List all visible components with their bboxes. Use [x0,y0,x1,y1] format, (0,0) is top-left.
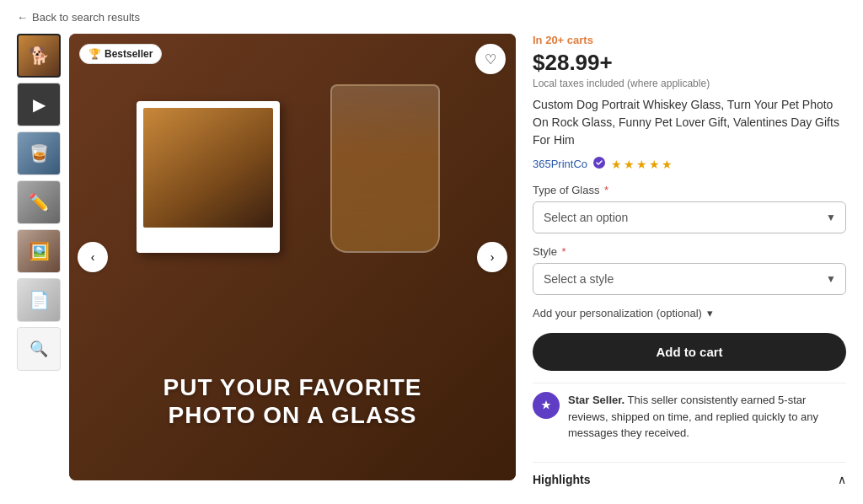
star-1: ★ [611,158,622,171]
taxes-note: Local taxes included (where applicable) [533,78,846,89]
highlights-list: 🏷️ Handmade ♻️ Materials: Glass [533,496,846,505]
seller-verified-icon [592,156,606,172]
polaroid-image [137,101,280,253]
product-image-display: PUT YOUR FAVORITE PHOTO ON A GLASS [69,34,516,480]
thumbnail-6[interactable]: 📄 [17,278,61,322]
back-arrow-icon: ← [17,11,28,24]
image-text-line2: PHOTO ON A GLASS [86,401,499,430]
back-link-label: Back to search results [32,11,140,24]
next-icon: › [490,250,495,264]
glass-type-select-wrapper: Select an option ▼ [533,201,846,233]
main-product-image: 🏆 Bestseller ♡ ‹ › [69,34,516,480]
star-3: ★ [636,158,647,171]
thumb-5-icon: 🖼️ [29,241,50,261]
next-image-button[interactable]: › [477,242,507,272]
thumb-2-icon: ▶ [33,94,46,115]
search-thumbnails-button[interactable]: 🔍 [17,327,61,371]
prev-icon: ‹ [91,250,95,264]
highlights-section: Highlights ∧ 🏷️ Handmade ♻️ Materials: G… [533,462,846,505]
personalization-label: Add your personalization (optional) [533,307,702,319]
prev-image-button[interactable]: ‹ [78,242,108,272]
glass-type-required: * [601,184,608,196]
style-field: Style * Select a style ▼ [533,245,846,295]
search-icon: 🔍 [29,340,48,358]
star-5-half: ★ [662,158,673,171]
thumbnail-5[interactable]: 🖼️ [17,229,61,273]
star-seller-description: Star Seller. This seller consistently ea… [568,392,846,442]
highlights-header[interactable]: Highlights ∧ [533,462,846,496]
bestseller-label: Bestseller [105,48,153,60]
personalization-row[interactable]: Add your personalization (optional) ▾ [533,307,846,319]
star-seller-icon [533,392,560,419]
style-required: * [559,245,566,258]
image-text-line1: PUT YOUR FAVORITE [86,373,499,402]
star-4: ★ [649,158,660,171]
product-price: $28.99+ [533,50,846,76]
style-select[interactable]: Select a style [533,263,846,295]
thumb-3-icon: 🥃 [29,143,50,164]
thumbnail-4[interactable]: ✏️ [17,180,61,224]
personalization-chevron-icon: ▾ [707,307,713,319]
glass-type-select[interactable]: Select an option [533,201,846,233]
thumbnail-2[interactable]: ▶ [17,83,61,126]
style-select-wrapper: Select a style ▼ [533,263,846,295]
add-to-cart-button[interactable]: Add to cart [533,333,846,371]
whiskey-glass-image [330,84,440,253]
seller-rating-stars: ★ ★ ★ ★ ★ [611,158,673,171]
heart-icon: ♡ [485,51,496,67]
in-carts-badge: In 20+ carts [533,34,846,46]
product-info-panel: In 20+ carts $28.99+ Local taxes include… [533,34,846,504]
glass-type-field: Type of Glass * Select an option ▼ [533,184,846,233]
seller-row: 365PrintCo ★ ★ ★ ★ ★ [533,156,846,172]
highlights-chevron-icon: ∧ [838,473,846,486]
product-image-text: PUT YOUR FAVORITE PHOTO ON A GLASS [69,373,516,430]
thumb-6-icon: 📄 [29,290,50,310]
thumbnail-3[interactable]: 🥃 [17,131,61,175]
star-2: ★ [624,158,635,171]
back-link[interactable]: ← Back to search results [17,11,140,24]
wishlist-button[interactable]: ♡ [475,44,506,74]
thumb-1-icon: 🐕 [29,46,50,66]
bestseller-badge: 🏆 Bestseller [79,44,162,64]
star-seller-box: Star Seller. This seller consistently ea… [533,383,846,450]
thumbnail-1[interactable]: 🐕 [17,34,61,78]
style-label: Style * [533,245,846,258]
thumb-4-icon: ✏️ [29,192,50,212]
seller-name[interactable]: 365PrintCo [533,158,587,170]
thumbnail-strip: 🐕 ▶ 🥃 ✏️ 🖼️ 📄 🔍 [17,34,61,504]
product-title: Custom Dog Portrait Whiskey Glass, Turn … [533,96,846,149]
award-icon: 🏆 [88,48,101,60]
highlights-title: Highlights [533,473,590,486]
glass-type-label: Type of Glass * [533,184,846,196]
